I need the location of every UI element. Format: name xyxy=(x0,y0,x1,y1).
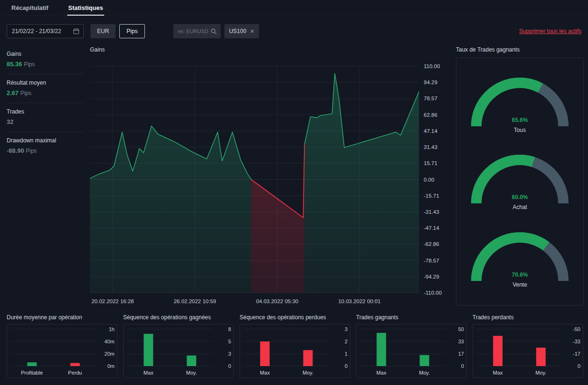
y-tick-label: 15.71 xyxy=(424,160,437,166)
x-tick-label: 10.03.2022 00:01 xyxy=(338,298,381,304)
stat-label: Trades xyxy=(7,108,84,115)
bar-max xyxy=(493,336,503,366)
winning-trades-chart: 5033170MaxMoy. xyxy=(356,324,467,378)
winning_trades-svg: 5033170MaxMoy. xyxy=(357,324,466,377)
y-tick-label: 0 xyxy=(228,363,231,369)
bar-moy xyxy=(187,356,196,366)
stats-sidebar: Gains 85.36 Pips Résultat moyen 2.67 Pip… xyxy=(7,45,84,160)
category-label: Profitable xyxy=(21,370,43,376)
panel-winning-trades: Trades gagnants 5033170MaxMoy. xyxy=(356,314,467,378)
unit-pips-button[interactable]: Pips xyxy=(119,24,144,38)
y-tick-label: 20m xyxy=(105,351,115,357)
x-tick-label: 04.03.2022 05:30 xyxy=(256,298,299,304)
y-tick-label: 1h xyxy=(109,326,115,332)
category-label: Moy. xyxy=(419,370,430,376)
x-tick-label: 26.02.2022 10:59 xyxy=(174,298,216,304)
gauge-value: 60.0% xyxy=(512,194,528,201)
category-label: Max xyxy=(376,370,386,376)
gauge-value: 65.6% xyxy=(512,117,528,123)
date-range-value: 21/02/22 - 21/03/22 xyxy=(12,28,61,35)
gauge-value: 70.6% xyxy=(512,271,528,278)
win-rate-panel: Taux de Trades gagnants 65.6%Tous60.0%Ac… xyxy=(456,46,584,306)
stat-value: 2.67 Pips xyxy=(7,89,84,96)
tab-recapitulatif[interactable]: Récapitulatif xyxy=(10,4,49,16)
bar-max xyxy=(377,333,386,366)
category-label: Max xyxy=(260,370,270,376)
avg_duration-svg: 1h40m20m0mProfitablePerdu xyxy=(8,324,116,377)
stat-value: 85.36 Pips xyxy=(7,61,84,68)
gauge-label: Achat xyxy=(513,204,527,210)
y-tick-label: -31.43 xyxy=(424,209,439,215)
asset-tag-us100[interactable]: US100 × xyxy=(224,24,259,38)
stat-value: 32 xyxy=(7,118,84,125)
drawdown-phase-area xyxy=(251,145,305,293)
y-tick-label: 62.86 xyxy=(424,112,437,118)
close-icon[interactable]: × xyxy=(250,28,254,35)
bar-profitable xyxy=(27,362,37,366)
panel-losing-trades: Trades perdants -50-33-170MaxMoy. xyxy=(472,314,583,378)
tab-statistiques[interactable]: Statistiques xyxy=(67,4,104,16)
category-label: Moy. xyxy=(303,370,313,376)
y-tick-label: 0 xyxy=(578,363,580,369)
y-tick-label: 0 xyxy=(345,363,347,369)
gauge-label: Vente xyxy=(513,281,527,288)
category-label: Perdu xyxy=(68,370,82,376)
y-tick-label: -15.71 xyxy=(424,193,439,199)
category-label: Max xyxy=(493,370,503,376)
win_streak-svg: 8530MaxMoy. xyxy=(124,324,233,377)
gains-chart-title: Gains xyxy=(90,46,449,53)
date-range-input[interactable]: 21/02/22 - 21/03/22 xyxy=(7,24,84,38)
gauge-tous: 65.6%Tous xyxy=(465,73,574,136)
bottom-charts-row: Durée moyenne par opération 1h40m20m0mPr… xyxy=(7,314,583,378)
gauge-label: Tous xyxy=(514,127,526,133)
y-tick-label: -33 xyxy=(573,339,580,344)
y-tick-label: 0 xyxy=(461,363,464,369)
win-rate-gauges: 65.6%Tous60.0%Achat70.6%Vente xyxy=(456,58,584,306)
y-tick-label: 47.14 xyxy=(424,128,437,134)
y-tick-label: 33 xyxy=(458,339,464,344)
panel-loss-streak-title: Séquence des opérations perdues xyxy=(240,314,350,321)
clear-assets-link[interactable]: Supprimer tous les actifs xyxy=(519,28,581,35)
y-tick-label: 110.00 xyxy=(424,63,440,69)
panel-losing-trades-title: Trades perdants xyxy=(472,314,583,321)
currency-eur-button[interactable]: EUR xyxy=(90,24,116,38)
panel-win-streak-title: Séquence des opérations gagnées xyxy=(123,314,234,321)
panel-avg-duration: Durée moyenne par opération 1h40m20m0mPr… xyxy=(7,314,117,378)
gains-equity-chart[interactable]: 110.0094.2978.5762.8647.1431.4315.710.00… xyxy=(90,58,449,308)
stat-resultat-moyen: Résultat moyen 2.67 Pips xyxy=(7,74,84,103)
calendar-icon[interactable] xyxy=(73,28,80,35)
y-tick-label: 5 xyxy=(228,339,231,344)
losing_trades-svg: -50-33-170MaxMoy. xyxy=(473,324,582,377)
stat-label: Gains xyxy=(7,51,84,57)
bar-moy xyxy=(303,350,313,366)
y-tick-label: -17 xyxy=(573,351,580,357)
gauge-vente: 70.6%Vente xyxy=(465,228,574,290)
bar-max xyxy=(144,334,153,366)
symbol-search[interactable] xyxy=(173,24,221,38)
panel-avg-duration-title: Durée moyenne par opération xyxy=(7,314,117,321)
category-label: Moy. xyxy=(535,370,546,376)
equity-chart-svg[interactable]: 110.0094.2978.5762.8647.1431.4315.710.00… xyxy=(90,58,449,308)
stat-drawdown-maximal: Drawdown maximal -88.90 Pips xyxy=(7,132,84,160)
bar-perdu xyxy=(71,363,80,367)
cumulative-gains-rise-area xyxy=(90,126,251,293)
cumulative-gains-recovery-area xyxy=(304,73,419,293)
symbol-search-input[interactable] xyxy=(177,28,211,35)
panel-winning-trades-title: Trades gagnants xyxy=(356,314,467,321)
gauge-achat: 60.0%Achat xyxy=(465,150,574,213)
panel-win-streak: Séquence des opérations gagnées 8530MaxM… xyxy=(123,314,234,378)
y-tick-label: 3 xyxy=(345,326,347,332)
panel-loss-streak: Séquence des opérations perdues 3210MaxM… xyxy=(240,314,350,378)
y-tick-label: -50 xyxy=(573,326,580,332)
y-tick-label: 8 xyxy=(228,326,231,332)
y-tick-label: 2 xyxy=(345,339,347,344)
y-tick-label: -62.86 xyxy=(424,241,439,247)
y-tick-label: 78.57 xyxy=(424,96,437,101)
gains-chart-panel: Gains 110.0094.2978.5762.8647.1431.4315.… xyxy=(90,46,449,308)
tab-bar: Récapitulatif Statistiques xyxy=(0,0,588,16)
stat-value: -88.90 Pips xyxy=(7,147,84,154)
y-tick-label: -47.14 xyxy=(424,225,439,231)
stat-gains: Gains 85.36 Pips xyxy=(7,45,84,74)
category-label: Max xyxy=(143,370,153,376)
y-tick-label: 0.00 xyxy=(424,177,434,183)
